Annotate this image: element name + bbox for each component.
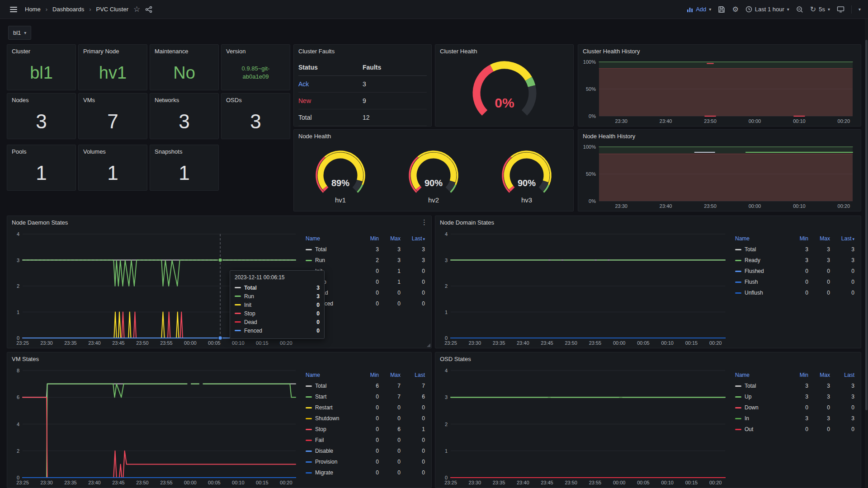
legend-max-value: 0: [381, 459, 402, 465]
refresh-picker[interactable]: ↻ 5s ▾: [810, 5, 830, 14]
panel-title[interactable]: VM States: [7, 352, 431, 366]
legend-column-name[interactable]: Name: [306, 372, 361, 378]
series-swatch-icon: [735, 396, 741, 398]
svg-text:00:05: 00:05: [208, 480, 221, 485]
series-toggle[interactable]: Provision: [306, 459, 361, 465]
panel-title[interactable]: Cluster Faults: [294, 45, 431, 58]
series-toggle[interactable]: Migrate: [306, 469, 361, 476]
breadcrumb-current[interactable]: PVC Cluster: [96, 6, 128, 13]
svg-text:23:50: 23:50: [565, 340, 577, 346]
legend-column-name[interactable]: Name: [735, 372, 790, 378]
nav-collapse-icon[interactable]: ▾: [859, 7, 861, 12]
panel-menu-icon[interactable]: ⋮: [421, 218, 428, 226]
breadcrumb-dashboards[interactable]: Dashboards: [52, 6, 84, 13]
series-toggle[interactable]: Ready: [735, 257, 790, 263]
series-toggle[interactable]: Total: [306, 246, 361, 253]
menu-toggle-icon[interactable]: [7, 4, 20, 15]
panel-title[interactable]: Node Daemon States: [7, 216, 431, 230]
panel-title[interactable]: Node Health History: [578, 130, 861, 143]
legend-column-name[interactable]: Name: [735, 235, 790, 242]
legend-column-min[interactable]: Min: [361, 372, 381, 378]
save-dashboard-icon[interactable]: [718, 6, 725, 13]
series-toggle[interactable]: Disable: [306, 448, 361, 454]
series-toggle[interactable]: Total: [306, 383, 361, 389]
vm-states-chart[interactable]: 0246823:2523:3023:3523:4023:4523:5023:55…: [11, 366, 300, 487]
series-toggle[interactable]: Down: [735, 404, 790, 411]
svg-text:00:20: 00:20: [280, 480, 292, 485]
legend-column-max[interactable]: Max: [381, 235, 402, 242]
panel-title[interactable]: Networks: [150, 94, 218, 107]
panel-title[interactable]: Cluster: [7, 45, 75, 58]
cluster-health-history-chart[interactable]: 0%50%100%23:3023:4023:5000:0000:1000:20: [582, 57, 857, 125]
legend-column-last[interactable]: Last▾: [832, 235, 856, 242]
panel-title[interactable]: Cluster Health: [435, 45, 573, 58]
legend-column-min[interactable]: Min: [790, 235, 810, 242]
dashboard-settings-icon[interactable]: ⚙: [732, 5, 738, 14]
legend-last-value: 0: [832, 268, 856, 274]
series-toggle[interactable]: Total: [735, 246, 790, 253]
tv-mode-icon[interactable]: [837, 6, 844, 13]
panel-version: Version 0.9.85~git-ab0a1e09: [221, 44, 290, 90]
series-toggle[interactable]: Out: [735, 426, 790, 432]
series-toggle[interactable]: Flushed: [735, 268, 790, 274]
series-toggle[interactable]: Restart: [306, 404, 361, 411]
panel-title[interactable]: Nodes: [7, 94, 75, 107]
star-icon[interactable]: ☆: [133, 5, 140, 14]
legend-column-last[interactable]: Last: [402, 372, 427, 378]
zoom-out-icon[interactable]: [796, 6, 803, 13]
legend-column-max[interactable]: Max: [381, 372, 402, 378]
panel-title[interactable]: VMs: [79, 94, 147, 107]
breadcrumb-home[interactable]: Home: [25, 6, 41, 13]
panel-title[interactable]: Node Domain States: [435, 216, 861, 230]
share-icon[interactable]: [145, 6, 152, 13]
panel-cluster-faults: Cluster Faults StatusFaultsAck3New9Total…: [293, 44, 432, 127]
panel-title[interactable]: Pools: [7, 145, 75, 159]
cluster-variable-picker[interactable]: bl1 ▾: [8, 26, 31, 40]
legend-column-last[interactable]: Last▾: [402, 235, 427, 242]
panel-title[interactable]: Version: [222, 45, 290, 58]
panel-title[interactable]: Volumes: [79, 145, 147, 159]
series-toggle[interactable]: Up: [735, 394, 790, 400]
panel-title[interactable]: OSDs: [222, 94, 290, 107]
series-toggle[interactable]: Run: [306, 257, 361, 263]
node-domain-states-chart[interactable]: 0123423:2523:3023:3523:4023:4523:5023:55…: [439, 230, 730, 347]
page-scrollbar[interactable]: [865, 19, 868, 488]
panel-title[interactable]: Snapshots: [150, 145, 218, 159]
panel-resize-handle[interactable]: [427, 343, 430, 347]
series-toggle[interactable]: Start: [306, 394, 361, 400]
tooltip-rows: Total3Run3Init0Stop0Dead0Fenced0: [235, 283, 320, 335]
svg-text:23:25: 23:25: [16, 480, 29, 485]
series-toggle[interactable]: Unflush: [735, 290, 790, 296]
tooltip-series-value: 0: [316, 328, 320, 334]
series-toggle[interactable]: In: [735, 415, 790, 422]
series-toggle[interactable]: Total: [735, 383, 790, 389]
legend-min-value: 0: [361, 415, 381, 422]
series-toggle[interactable]: Flush: [735, 279, 790, 285]
panel-snapshots: Snapshots 1: [150, 145, 219, 191]
legend-row: Up333: [735, 391, 856, 402]
add-panel-button[interactable]: Add ▾: [687, 6, 711, 13]
legend-row: Start076: [306, 391, 427, 402]
series-swatch-icon: [735, 429, 741, 430]
legend-column-name[interactable]: Name: [306, 235, 361, 242]
legend-column-max[interactable]: Max: [810, 372, 832, 378]
legend-row: Disable000: [306, 446, 427, 456]
series-toggle[interactable]: Fail: [306, 437, 361, 443]
series-swatch-icon: [235, 287, 241, 288]
panel-title[interactable]: Maintenance: [150, 45, 218, 58]
legend-column-last[interactable]: Last: [832, 372, 856, 378]
series-toggle[interactable]: Shutdown: [306, 415, 361, 422]
legend-column-min[interactable]: Min: [361, 235, 381, 242]
legend-column-max[interactable]: Max: [810, 235, 832, 242]
panel-title[interactable]: Primary Node: [79, 45, 147, 58]
osd-states-chart[interactable]: 0123423:2523:3023:3523:4023:4523:5023:55…: [439, 366, 730, 487]
panel-title[interactable]: Cluster Health History: [578, 45, 861, 58]
panel-title[interactable]: OSD States: [435, 352, 861, 366]
node-health-history-chart[interactable]: 0%50%100%23:3023:4023:5000:0000:1000:20: [582, 142, 857, 210]
panel-title[interactable]: Node Health: [294, 130, 573, 143]
scrollbar-thumb[interactable]: [865, 40, 868, 410]
series-toggle[interactable]: Stop: [306, 426, 361, 432]
time-range-picker[interactable]: Last 1 hour ▾: [745, 6, 789, 13]
legend-column-min[interactable]: Min: [790, 372, 810, 378]
legend-header: NameMinMaxLast: [306, 370, 427, 380]
